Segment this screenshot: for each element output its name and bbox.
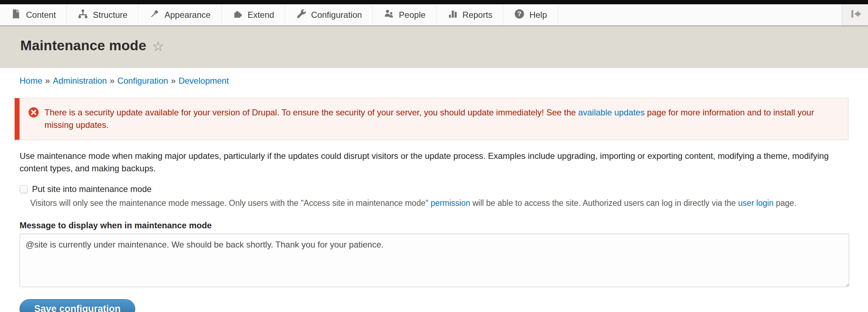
svg-text:?: ?: [518, 10, 522, 17]
checkbox-desc-part3: page.: [774, 198, 796, 208]
checkbox-desc-part2: will be able to access the site. Authori…: [470, 198, 738, 208]
toolbar-item-configuration[interactable]: Configuration: [285, 4, 373, 25]
puzzle-icon: [232, 9, 243, 21]
main-content: Home»Administration»Configuration»Develo…: [0, 68, 868, 312]
page-header: Maintenance mode ☆: [0, 26, 868, 68]
sitemap-icon: [78, 9, 88, 21]
page-title: Maintenance mode: [20, 38, 146, 53]
security-update-error-message: There is a security update available for…: [15, 98, 848, 140]
toolbar-collapse-button[interactable]: [842, 4, 868, 25]
breadcrumb-separator: »: [110, 76, 114, 85]
toolbar-item-structure[interactable]: Structure: [67, 4, 138, 25]
toolbar-item-label: Configuration: [311, 10, 362, 20]
admin-toolbar: Content Structure Appearance Extend Conf…: [0, 4, 868, 26]
toolbar-item-label: Content: [26, 10, 56, 20]
maintenance-mode-checkbox-label[interactable]: Put site into maintenance mode: [32, 184, 152, 194]
toolbar-item-people[interactable]: People: [373, 4, 436, 25]
breadcrumb: Home»Administration»Configuration»Develo…: [20, 76, 848, 86]
available-updates-link[interactable]: available updates: [578, 108, 645, 117]
paintbrush-icon: [149, 9, 160, 21]
error-text-before-link: There is a security update available for…: [44, 108, 578, 117]
maintenance-message-textarea[interactable]: @site is currently under maintenance. We…: [20, 234, 849, 287]
maintenance-message-label: Message to display when in maintenance m…: [20, 220, 848, 230]
maintenance-mode-intro: Use maintenance mode when making major u…: [20, 150, 848, 175]
toolbar-spacer: [558, 4, 842, 25]
breadcrumb-link-home[interactable]: Home: [20, 76, 42, 85]
permission-link[interactable]: permission: [431, 198, 470, 208]
toolbar-item-label: Extend: [248, 10, 274, 20]
toolbar-item-reports[interactable]: Reports: [436, 4, 503, 25]
toolbar-item-label: Reports: [462, 10, 492, 20]
people-icon: [383, 9, 394, 21]
maintenance-mode-checkbox[interactable]: [20, 185, 28, 193]
maintenance-mode-checkbox-row[interactable]: Put site into maintenance mode: [20, 184, 848, 194]
error-message-text: There is a security update available for…: [44, 106, 838, 131]
help-icon: ?: [514, 9, 525, 21]
user-login-link[interactable]: user login: [738, 198, 774, 208]
toolbar-item-content[interactable]: Content: [0, 4, 67, 25]
breadcrumb-separator: »: [45, 76, 50, 85]
breadcrumb-link-configuration[interactable]: Configuration: [117, 76, 168, 85]
breadcrumb-link-development[interactable]: Development: [179, 76, 229, 85]
checkbox-desc-part1: Visitors will only see the maintenance m…: [30, 198, 431, 208]
maintenance-mode-checkbox-description: Visitors will only see the maintenance m…: [30, 197, 848, 209]
wrench-icon: [296, 9, 307, 21]
shortcut-star-icon[interactable]: ☆: [152, 38, 164, 55]
toolbar-collapse-icon: [849, 8, 861, 22]
toolbar-item-label: Appearance: [164, 10, 210, 20]
breadcrumb-separator: »: [171, 76, 176, 85]
toolbar-item-label: People: [399, 10, 425, 20]
bar-chart-icon: [447, 9, 458, 21]
toolbar-item-extend[interactable]: Extend: [222, 4, 285, 25]
save-configuration-button[interactable]: Save configuration: [20, 299, 135, 312]
toolbar-item-label: Help: [529, 10, 547, 20]
toolbar-item-appearance[interactable]: Appearance: [138, 4, 221, 25]
toolbar-item-help[interactable]: ? Help: [503, 4, 558, 25]
error-circle-x-icon: [28, 107, 39, 118]
file-icon: [11, 9, 21, 21]
toolbar-item-label: Structure: [93, 10, 127, 20]
top-black-strip: [0, 0, 868, 4]
breadcrumb-link-administration[interactable]: Administration: [53, 76, 107, 85]
